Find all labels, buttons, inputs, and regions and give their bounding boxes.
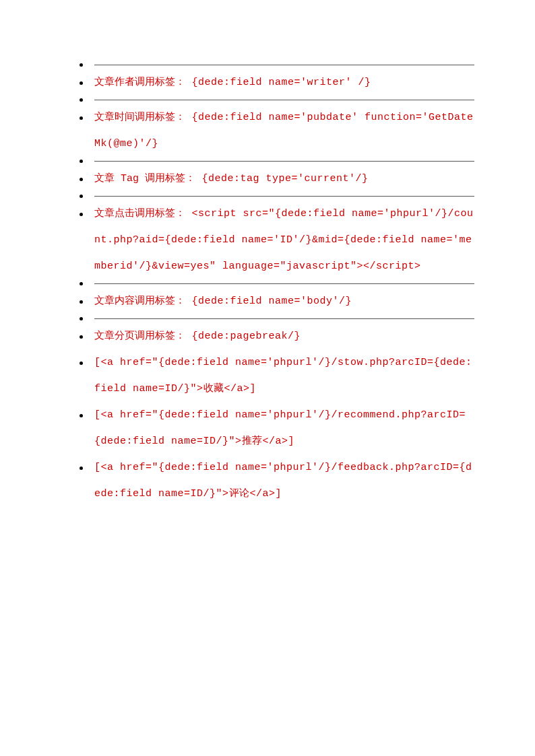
entry-code: {dede:pagebreak/} [185, 331, 301, 342]
entry-label: 文章作者调用标签： [94, 77, 185, 88]
list-item: 文章分页调用标签： {dede:pagebreak/} [74, 323, 474, 349]
entry-code: [<a href="{dede:field name='phpurl'/}/fe… [94, 462, 472, 500]
entry-label: 文章时间调用标签： [94, 112, 185, 123]
divider [94, 100, 474, 100]
divider [94, 161, 474, 162]
entry-label: 文章点击调用标签： [94, 208, 185, 219]
divider [94, 196, 474, 197]
divider [94, 283, 474, 284]
entry-code: {dede:tag type='current'/} [195, 173, 369, 184]
document-list: 文章作者调用标签： {dede:field name='writer' /}文章… [74, 61, 474, 507]
divider [94, 65, 474, 65]
list-item [74, 96, 474, 104]
list-item: 文章时间调用标签： {dede:field name='pubdate' fun… [74, 104, 474, 157]
list-item: 文章 Tag 调用标签： {dede:tag type='current'/} [74, 166, 474, 192]
list-item: [<a href="{dede:field name='phpurl'/}/fe… [74, 454, 474, 507]
list-item [74, 314, 474, 323]
entry-code: {dede:field name='writer' /} [185, 77, 371, 88]
entry-code: [<a href="{dede:field name='phpurl'/}/st… [94, 357, 472, 394]
list-item [74, 157, 474, 166]
page: 文章作者调用标签： {dede:field name='writer' /}文章… [0, 0, 535, 568]
list-item [74, 279, 474, 288]
list-item [74, 192, 474, 201]
divider [94, 318, 474, 319]
entry-code: {dede:field name='body'/} [185, 296, 352, 307]
entry-code: [<a href="{dede:field name='phpurl'/}/re… [94, 409, 466, 447]
list-item: 文章点击调用标签： <script src="{dede:field name=… [74, 201, 474, 279]
entry-label: 文章分页调用标签： [94, 331, 185, 342]
list-item: 文章作者调用标签： {dede:field name='writer' /} [74, 69, 474, 96]
list-item: [<a href="{dede:field name='phpurl'/}/re… [74, 402, 474, 454]
entry-label: 文章 Tag 调用标签： [94, 173, 195, 184]
list-item [74, 61, 474, 69]
list-item: 文章内容调用标签： {dede:field name='body'/} [74, 288, 474, 314]
entry-label: 文章内容调用标签： [94, 296, 185, 307]
list-item: [<a href="{dede:field name='phpurl'/}/st… [74, 349, 474, 402]
